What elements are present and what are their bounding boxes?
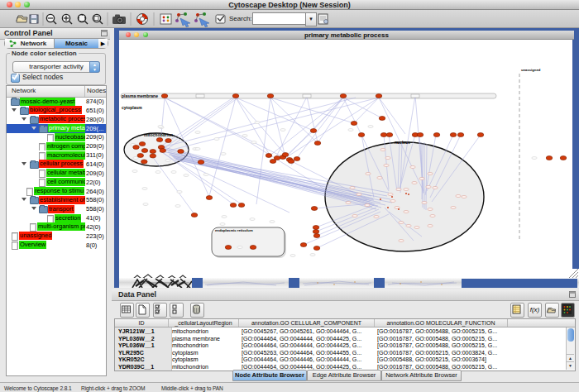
svg-text:nucleus: nucleus: [395, 140, 410, 145]
svg-text:endoplasmic reticulum: endoplasmic reticulum: [215, 228, 253, 232]
svg-text:cytoplasm: cytoplasm: [122, 105, 142, 110]
svg-text:mitochondrion: mitochondrion: [144, 132, 173, 137]
svg-text:unassigned: unassigned: [521, 68, 541, 72]
svg-text:plasma membrane: plasma membrane: [122, 93, 158, 98]
